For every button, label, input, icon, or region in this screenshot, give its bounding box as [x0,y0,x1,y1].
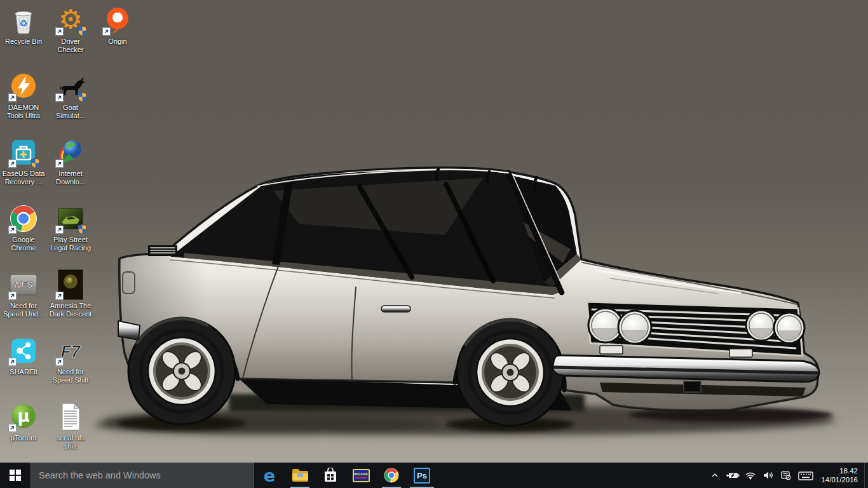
desktop-icon-nfs-underground[interactable]: NFS Need forSpeed Und... [0,269,50,318]
desktop-icon-serial-nfs-shift[interactable]: serial nfsshift [44,402,97,451]
shortcut-arrow-icon [8,292,17,300]
shortcut-arrow-icon [55,226,64,234]
hidden-icons-chevron[interactable] [708,463,722,488]
recycle-bin-icon: ♻ [8,5,39,36]
desktop-icon-goat-simulator[interactable]: GoatSimulat... [44,71,97,120]
start-button[interactable] [0,463,31,488]
taskbar-clock[interactable]: 18.42 14/01/2016 [817,463,864,488]
taskbar-app-store[interactable] [315,463,346,488]
system-tray [705,463,817,488]
desktop-icon-utorrent[interactable]: µ µTorrent [0,402,50,442]
shortcut-arrow-icon [8,93,17,102]
clock-date: 14/01/2016 [821,475,858,484]
taskbar-app-file-explorer[interactable] [285,463,315,488]
notifications-quiet-hours-icon[interactable] [779,463,793,488]
file-explorer-icon [292,468,309,482]
nfs-shift-icon: F7 [55,336,86,366]
icon-label: Recycle Bin [0,37,50,46]
desktop-icon-origin[interactable]: Origin [91,5,144,46]
shortcut-arrow-icon [8,424,17,432]
desktop-icon-nfs-shift[interactable]: F7 Need forSpeed Shift [44,336,97,384]
photoshop-icon: Ps [414,468,430,484]
desktop-icon-idm[interactable]: InternetDownlo... [44,137,97,186]
shortcut-arrow-icon [8,226,17,234]
svg-text:µ: µ [17,407,29,426]
utorrent-icon: µ [8,402,39,432]
uac-shield-icon [78,92,87,102]
taskbar: e INSANE [0,463,868,488]
shortcut-arrow-icon [55,358,64,366]
store-bag-icon [323,468,337,483]
chrome-icon [383,467,400,484]
uac-shield-icon [31,158,40,168]
desktop-icon-chrome[interactable]: GoogleChrome [0,203,50,252]
edge-icon: e [264,466,275,485]
desktop-icon-street-legal-racing[interactable]: Play StreetLegal Racing [44,203,97,252]
uac-shield-icon [78,224,87,234]
desktop-icon-daemon-tools[interactable]: DAEMONTools Ultra [0,71,50,120]
wifi-icon[interactable] [743,463,757,488]
clock-time: 18.42 [839,466,858,475]
taskbar-empty-area [437,463,705,488]
svg-text:♻: ♻ [19,18,27,29]
desktop-icon-driver-checker[interactable]: ⚙ DriverChecker [44,5,97,54]
street-legal-racing-icon [55,203,86,234]
shortcut-arrow-icon [55,159,64,168]
text-document-icon [55,402,86,432]
shortcut-arrow-icon [102,27,111,36]
desktop-icon-shareit[interactable]: SHAREit [0,336,50,376]
origin-icon [102,5,133,36]
svg-text:NFS: NFS [15,280,33,290]
insane-game-icon: INSANE [353,469,370,482]
shortcut-arrow-icon [55,292,64,300]
search-input[interactable] [31,463,254,488]
show-desktop-button[interactable] [864,463,868,488]
chrome-icon [8,203,39,234]
car [114,168,826,429]
driver-checker-icon: ⚙ [55,5,86,36]
touch-keyboard-icon[interactable] [797,463,815,488]
taskbar-app-insane[interactable]: INSANE [346,463,376,488]
shortcut-arrow-icon [55,27,64,36]
volume-icon[interactable] [761,463,775,488]
taskbar-app-chrome[interactable] [376,463,407,488]
desktop-icon-easeus[interactable]: EaseUS DataRecovery ... [0,137,50,186]
desktop: ♻ Recycle Bin ⚙ DriverChecker Origin [0,0,868,488]
windows-logo-icon [10,470,21,481]
taskbar-app-edge[interactable]: e [254,463,285,488]
desktop-icon-recycle-bin[interactable]: ♻ Recycle Bin [0,5,50,46]
svg-text:F7: F7 [61,342,81,361]
goat-simulator-icon [55,71,86,102]
front-wheel [457,319,564,426]
nfs-underground-icon: NFS [8,269,39,300]
shortcut-arrow-icon [8,159,17,168]
daemon-tools-icon [8,71,39,102]
uac-shield-icon [78,25,87,36]
wallpaper-car-illustration [0,0,868,488]
shortcut-arrow-icon [55,93,64,102]
desktop-icon-amnesia[interactable]: Amnesia TheDark Descent [44,269,97,318]
amnesia-icon [55,269,86,300]
easeus-icon [8,137,39,168]
battery-charging-icon[interactable] [726,463,740,488]
idm-icon [55,137,86,168]
shortcut-arrow-icon [8,358,17,366]
shareit-icon [8,336,39,366]
taskbar-app-photoshop[interactable]: Ps [407,463,437,488]
rear-wheel [128,318,235,424]
